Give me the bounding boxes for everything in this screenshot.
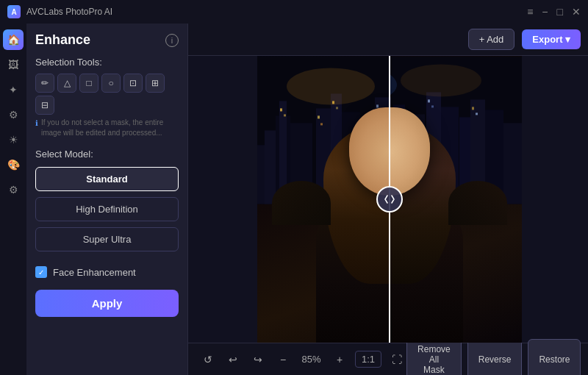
bottom-toolbar: ↺ ↩ ↪ − 85% + 1:1 ⛶ [188, 343, 588, 375]
split-handle[interactable] [376, 186, 403, 213]
svg-point-31 [287, 68, 375, 104]
tool-rect[interactable]: □ [79, 74, 98, 93]
sidebar-icon-light[interactable]: ☀ [3, 129, 24, 150]
hint-icon: ℹ [35, 118, 38, 129]
svg-rect-24 [336, 107, 338, 109]
app-icon: A [7, 5, 21, 18]
svg-point-65 [401, 64, 481, 96]
sidebar-icons: 🏠 🖼 ✦ ⚙ ☀ 🎨 ⚙ [0, 24, 26, 375]
reverse-button[interactable]: Reverse [467, 339, 523, 376]
model-standard-btn[interactable]: Standard [35, 167, 179, 191]
apply-button[interactable]: Apply [35, 290, 179, 317]
tool-smart[interactable]: ⊡ [123, 74, 143, 93]
panel-title: Enhance [35, 32, 90, 48]
redo-button[interactable]: ↪ [248, 350, 268, 369]
main-layout: 🏠 🖼 ✦ ⚙ ☀ 🎨 ⚙ Enhance i Selection Tools:… [0, 24, 588, 375]
svg-rect-61 [431, 105, 434, 107]
svg-rect-21 [318, 115, 320, 118]
minimize-button[interactable]: − [542, 7, 548, 17]
undo-button[interactable]: ↩ [223, 350, 243, 369]
svg-rect-51 [503, 123, 522, 204]
zoom-out-button[interactable]: − [273, 350, 293, 369]
export-button[interactable]: Export ▾ [522, 29, 581, 49]
face-enhancement-row: ✓ Face Enhancement [35, 266, 179, 278]
title-bar: A AVCLabs PhotoPro AI ≡ − □ ✕ [0, 0, 588, 24]
sidebar-icon-gallery[interactable]: 🖼 [3, 54, 24, 75]
zoom-ratio-display: 1:1 [355, 351, 381, 368]
face-enhancement-checkbox[interactable]: ✓ [35, 266, 47, 278]
window-controls: ≡ − □ ✕ [527, 7, 581, 17]
tool-ellipse[interactable]: ○ [101, 74, 121, 93]
title-bar-left: A AVCLabs PhotoPro AI [7, 5, 112, 18]
sidebar-icon-adjust[interactable]: ⚙ [3, 104, 24, 125]
menu-icon[interactable]: ≡ [527, 7, 533, 17]
app-title: AVCLabs PhotoPro AI [26, 7, 112, 17]
image-left-half [257, 56, 390, 343]
image-container [257, 56, 522, 343]
svg-rect-19 [280, 108, 282, 111]
svg-rect-60 [428, 99, 430, 102]
top-toolbar: + Add Export ▾ [188, 24, 588, 56]
sidebar-icon-color[interactable]: 🎨 [3, 154, 24, 175]
zoom-level-display: 85% [298, 354, 324, 365]
tools-row: ✏ △ □ ○ ⊡ ⊞ ⊟ [35, 74, 179, 115]
maximize-button[interactable]: □ [557, 7, 563, 17]
refresh-button[interactable]: ↺ [198, 350, 218, 369]
close-button[interactable]: ✕ [572, 7, 581, 17]
zoom-controls: ↺ ↩ ↪ − 85% + 1:1 ⛶ [198, 350, 406, 369]
add-button[interactable]: + Add [468, 29, 515, 50]
export-chevron-icon: ▾ [565, 34, 570, 45]
svg-rect-63 [476, 113, 478, 115]
fit-button[interactable]: ⛶ [387, 350, 406, 369]
bottom-actions: Remove All Mask Reverse Restore [406, 339, 581, 376]
image-area [188, 56, 588, 343]
tool-lasso[interactable]: △ [57, 74, 76, 93]
tool-pen[interactable]: ✏ [35, 74, 54, 93]
panel-header: Enhance i [35, 32, 179, 48]
svg-rect-22 [320, 123, 323, 125]
content-area: + Add Export ▾ [188, 24, 588, 375]
hint-text: ℹ If you do not select a mask, the entir… [35, 118, 179, 138]
svg-rect-25 [376, 104, 379, 107]
sidebar-icon-settings[interactable]: ⚙ [3, 179, 24, 200]
svg-rect-20 [284, 114, 286, 116]
sidebar-icon-home[interactable]: 🏠 [3, 29, 24, 50]
tool-add[interactable]: ⊞ [146, 74, 165, 93]
selection-tools-label: Selection Tools: [35, 57, 179, 68]
info-icon[interactable]: i [165, 34, 179, 47]
remove-mask-button[interactable]: Remove All Mask [406, 339, 462, 376]
left-panel: Enhance i Selection Tools: ✏ △ □ ○ ⊡ ⊞ ⊟… [26, 24, 188, 375]
tool-remove[interactable]: ⊟ [35, 96, 54, 115]
model-label: Select Model: [35, 149, 179, 160]
sidebar-icon-enhance[interactable]: ✦ [3, 79, 24, 100]
svg-rect-62 [472, 107, 474, 110]
restore-button[interactable]: Restore [528, 339, 581, 376]
model-ultra-btn[interactable]: Super Ultra [35, 227, 179, 251]
zoom-in-button[interactable]: + [330, 350, 349, 369]
face-enhancement-label: Face Enhancement [53, 267, 136, 278]
image-right-half [390, 56, 522, 343]
model-hd-btn[interactable]: High Definition [35, 197, 179, 221]
